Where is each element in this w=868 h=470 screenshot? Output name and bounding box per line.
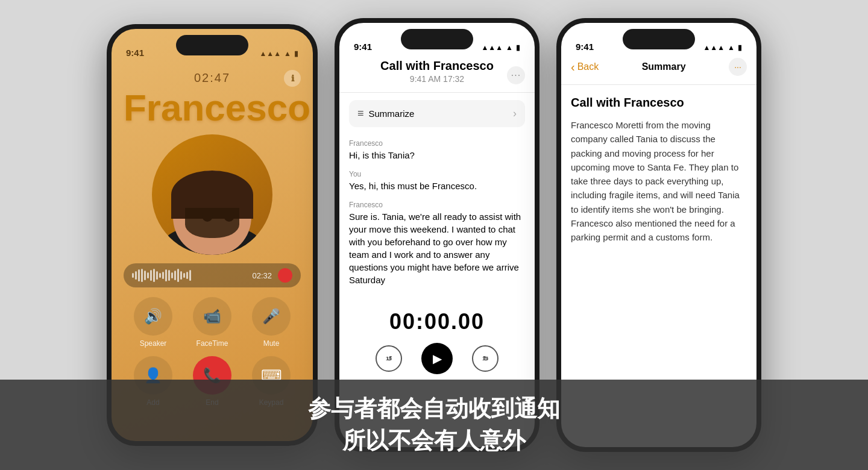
speaker-text: Hi, is this Tania? [349, 149, 525, 161]
wave-bar [159, 273, 161, 278]
avatar-container [112, 134, 313, 255]
back-button[interactable]: ‹ Back [571, 61, 599, 73]
facetime-button[interactable]: 📹 FaceTime [193, 297, 231, 348]
wave-bar [174, 271, 176, 280]
wave-bar [135, 271, 137, 280]
speaker-label: Speaker [140, 339, 167, 348]
speaker-button[interactable]: 🔊 Speaker [134, 297, 172, 348]
signal-icon: ▲▲▲ [259, 49, 281, 58]
info-button[interactable]: ℹ [284, 70, 301, 87]
summary-header-title: Summary [642, 61, 686, 72]
dynamic-island-2 [401, 29, 473, 49]
signal-icon-3: ▲▲▲ [703, 43, 725, 52]
wave-bar [144, 271, 146, 280]
mute-icon-circle: 🎤 [252, 297, 291, 336]
transcript-area: Francesco Hi, is this Tania? You Yes, hi… [339, 134, 535, 299]
speaker-name: You [349, 170, 525, 178]
call-subtitle: 9:41 AM 17:32 [351, 74, 523, 84]
playback-controls: ↺ 15 ▶ ↻ 15 [339, 343, 535, 380]
controls-row-1: 🔊 Speaker 📹 FaceTime 🎤 Mute [124, 297, 301, 348]
subtitle-line-1: 参与者都会自动收到通知 [308, 393, 560, 425]
status-time-3: 9:41 [576, 42, 594, 52]
summary-call-title: Call with Francesco [571, 96, 747, 110]
wave-bar [147, 272, 149, 278]
transcript-entry-1: You Yes, hi, this must be Francesco. [349, 170, 525, 192]
playback-timer: 00:00.00 [339, 299, 535, 343]
summary-more-button[interactable]: ··· [729, 58, 747, 76]
wave-bar [150, 270, 152, 281]
caller-name: Francesco [112, 87, 313, 128]
wave-bar [186, 272, 188, 279]
memoji-head [173, 171, 251, 255]
skip-forward-label: 15 [482, 356, 488, 362]
record-button[interactable] [278, 268, 292, 283]
status-icons-1: ▲▲▲ ▲ ▮ [259, 49, 298, 58]
summary-body: Francesco Moretti from the moving compan… [571, 118, 747, 244]
skip-forward-button[interactable]: ↻ 15 [472, 345, 498, 372]
battery-icon-3: ▮ [738, 43, 742, 52]
recording-time: 02:32 [252, 271, 272, 280]
speaker-name: Francesco [349, 139, 525, 148]
call-title: Call with Francesco [351, 59, 523, 73]
status-icons-2: ▲▲▲ ▲ ▮ [481, 43, 520, 52]
recording-bar: 02:32 [124, 263, 301, 287]
status-time-2: 9:41 [354, 42, 372, 52]
waveform [132, 268, 246, 283]
chevron-right-icon: › [513, 107, 517, 120]
mute-label: Mute [263, 339, 280, 348]
skip-back-label: 15 [386, 356, 392, 362]
wave-bar [177, 269, 179, 282]
more-dots-icon: ··· [734, 62, 741, 72]
wave-bar [141, 269, 143, 282]
play-button[interactable]: ▶ [421, 343, 453, 374]
speaker-icon: 🔊 [144, 308, 162, 325]
mute-icon: 🎤 [262, 308, 280, 325]
wave-bar [180, 271, 182, 280]
speaker-name: Francesco [349, 201, 525, 209]
wave-bar [153, 269, 155, 282]
dynamic-island-3 [623, 29, 695, 49]
summarize-left: ≡ Summarize [357, 107, 414, 120]
dynamic-island-1 [176, 35, 248, 55]
wave-bar [132, 273, 134, 278]
wifi-icon: ▲ [284, 49, 291, 58]
memoji [158, 140, 266, 255]
summarize-label: Summarize [369, 108, 415, 119]
battery-icon-2: ▮ [516, 43, 520, 52]
wave-bar [168, 270, 170, 281]
more-options-button[interactable]: ··· [507, 66, 525, 84]
wave-bar [183, 273, 185, 278]
facetime-label: FaceTime [197, 339, 228, 348]
wifi-icon-3: ▲ [728, 43, 735, 52]
skip-back-button[interactable]: ↺ 15 [376, 345, 402, 372]
speaker-icon-circle: 🔊 [134, 297, 172, 336]
speaker-text: Sure is. Tania, we're all ready to assis… [349, 210, 525, 286]
wave-bar [162, 272, 164, 279]
status-icons-3: ▲▲▲ ▲ ▮ [703, 43, 742, 52]
transcript-entry-0: Francesco Hi, is this Tania? [349, 139, 525, 161]
play-icon: ▶ [433, 351, 442, 366]
back-label: Back [577, 61, 599, 72]
facetime-icon: 📹 [203, 308, 221, 325]
subtitle-line-2: 所以不会有人意外 [342, 425, 526, 457]
subtitle-overlay: 参与者都会自动收到通知 所以不会有人意外 [0, 380, 868, 470]
summarize-row[interactable]: ≡ Summarize › [349, 100, 525, 127]
wave-bar [138, 269, 140, 281]
wave-bar [156, 271, 158, 280]
speaker-text: Yes, hi, this must be Francesco. [349, 180, 525, 192]
wifi-icon-2: ▲ [506, 43, 513, 52]
facetime-icon-circle: 📹 [193, 297, 231, 336]
memoji-beard [185, 208, 239, 238]
mute-button[interactable]: 🎤 Mute [252, 297, 291, 348]
summarize-icon: ≡ [357, 107, 364, 120]
chevron-left-icon: ‹ [571, 61, 575, 73]
call-timer: 02:47 [112, 71, 313, 85]
wave-bar [165, 269, 167, 281]
avatar [152, 134, 272, 255]
wave-bar [189, 270, 191, 281]
status-time-1: 9:41 [126, 48, 144, 58]
summary-content: Call with Francesco Francesco Moretti fr… [561, 85, 756, 255]
signal-icon-2: ▲▲▲ [481, 43, 503, 52]
transcript-entry-2: Francesco Sure is. Tania, we're all read… [349, 201, 525, 286]
battery-icon: ▮ [294, 49, 298, 58]
